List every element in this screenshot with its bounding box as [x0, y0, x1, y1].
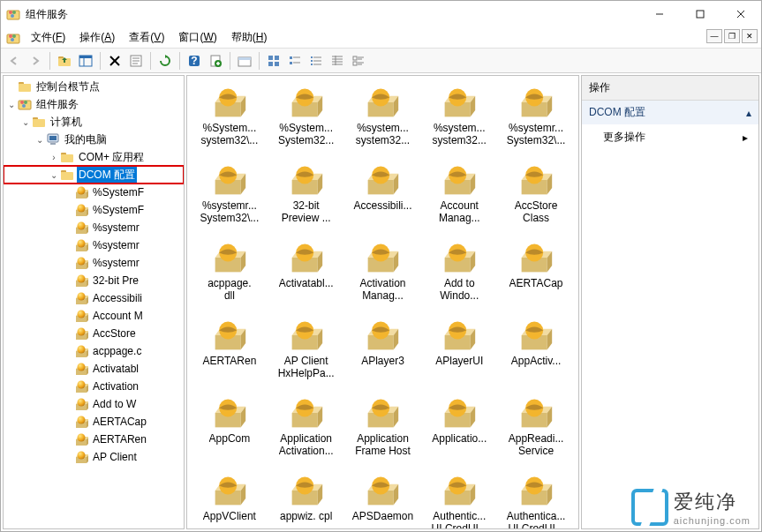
package-icon	[365, 162, 400, 198]
grid-item[interactable]: Accessibili...	[346, 162, 419, 224]
tree-component-services[interactable]: ⌄组件服务	[4, 95, 184, 113]
grid-item[interactable]: AppReadi...Service	[500, 395, 572, 457]
menu-file[interactable]: 文件(F)	[24, 27, 72, 48]
package-icon	[441, 395, 477, 431]
export-button[interactable]	[206, 51, 225, 71]
mdi-minimize-button[interactable]: —	[706, 29, 722, 43]
grid-item[interactable]: AppCom	[193, 395, 266, 457]
tree-dcom-child[interactable]: Activation	[4, 378, 184, 395]
tree-dcom-child[interactable]: %systemr	[4, 254, 184, 272]
view-folder-button[interactable]	[235, 51, 254, 71]
grid-item[interactable]: %system...system32...	[423, 85, 495, 146]
tree-dcom-child[interactable]: AERTARen	[4, 431, 184, 448]
grid-item[interactable]: APlayer3	[346, 318, 419, 379]
grid-item[interactable]: Add toWindo...	[423, 240, 495, 302]
view-tiles-button[interactable]	[349, 51, 368, 71]
tree-dcom-child[interactable]: %SystemF	[4, 184, 184, 201]
view-list-button[interactable]	[306, 51, 326, 71]
grid-item[interactable]: %system...system32...	[346, 85, 419, 146]
grid-item[interactable]: Authentica...UI CredUI...	[500, 473, 572, 529]
grid-item[interactable]: AERTARen	[193, 318, 266, 379]
close-button[interactable]	[721, 1, 761, 27]
grid-item[interactable]: %System...System32...	[270, 85, 343, 146]
maximize-button[interactable]	[680, 1, 721, 27]
tree-com-applications[interactable]: ›COM+ 应用程	[4, 148, 184, 166]
tree-twisty[interactable]: ⌄	[48, 170, 60, 180]
svg-rect-55	[353, 56, 357, 60]
package-icon	[74, 291, 88, 305]
tree-dcom-child[interactable]: 32-bit Pre	[4, 272, 184, 289]
nav-back-button[interactable]	[4, 51, 24, 71]
tree-dcom-child[interactable]: Activatabl	[4, 360, 184, 378]
tree-dcom-child[interactable]: %SystemF	[4, 201, 184, 219]
nav-forward-button[interactable]	[26, 51, 45, 71]
view-small-icons-button[interactable]	[285, 51, 305, 71]
tree-dcom-child[interactable]: %systemr	[4, 236, 184, 254]
grid-item[interactable]: ApplicationFrame Host	[346, 395, 419, 457]
grid-item[interactable]: ActivationManag...	[346, 240, 419, 302]
tree-label: COM+ 应用程	[77, 149, 146, 166]
tree-dcom-child[interactable]: acppage.c	[4, 342, 184, 360]
tree-dcom-child[interactable]: AP Client	[4, 448, 184, 466]
refresh-button[interactable]	[155, 51, 175, 71]
view-large-icons-button[interactable]	[264, 51, 283, 71]
grid-item[interactable]: Authentic...UI CredUI...	[423, 473, 495, 529]
delete-button[interactable]	[105, 51, 124, 71]
menu-help[interactable]: 帮助(H)	[224, 27, 275, 48]
tree-dcom-child[interactable]: Accessibili	[4, 289, 184, 307]
folder-icon	[32, 115, 46, 129]
tree-pane[interactable]: 控制台根节点⌄组件服务⌄计算机⌄我的电脑›COM+ 应用程⌄DCOM 配置%Sy…	[3, 75, 185, 529]
tree-dcom-child[interactable]: Account M	[4, 307, 184, 325]
grid-item[interactable]: %systemr...System32\...	[500, 85, 572, 146]
actions-section-title[interactable]: DCOM 配置 ▴	[582, 101, 758, 124]
minimize-button[interactable]	[639, 1, 680, 27]
tree-my-computer[interactable]: ⌄我的电脑	[4, 131, 184, 148]
grid-item[interactable]: AccountManag...	[423, 162, 495, 224]
tree-console-root[interactable]: 控制台根节点	[4, 78, 184, 95]
menu-window[interactable]: 窗口(W)	[171, 27, 223, 48]
grid-item-caption: AppVClient	[203, 510, 256, 522]
tree-label: Activatabl	[91, 362, 140, 376]
grid-item-caption: Authentica...UI CredUI...	[507, 510, 566, 529]
grid-item-caption: APlayerUI	[435, 355, 483, 367]
grid-item[interactable]: APlayerUI	[423, 318, 495, 379]
grid-item-caption: AERTARen	[202, 355, 256, 367]
grid-item[interactable]: AppVClient	[193, 473, 266, 529]
grid-item[interactable]: Applicatio...	[423, 395, 495, 457]
grid-item[interactable]: AP ClientHxHelpPa...	[270, 318, 343, 379]
properties-button[interactable]	[126, 51, 146, 71]
tree-dcom-config[interactable]: ⌄DCOM 配置	[4, 166, 184, 184]
tree-twisty[interactable]: ›	[48, 153, 60, 162]
grid-item[interactable]: acppage.dll	[193, 240, 266, 302]
grid-item[interactable]: ApplicationActivation...	[270, 395, 343, 457]
grid-item[interactable]: %System...system32\...	[193, 85, 266, 146]
grid-item[interactable]: APSDaemon	[346, 473, 419, 529]
folder-icon	[18, 79, 32, 94]
actions-more[interactable]: 更多操作 ▸	[582, 124, 758, 150]
package-icon	[74, 432, 88, 446]
tree-twisty[interactable]: ⌄	[34, 135, 46, 145]
menu-view[interactable]: 查看(V)	[122, 27, 171, 48]
help-button[interactable]: ?	[185, 51, 204, 71]
grid-item[interactable]: Activatabl...	[270, 240, 343, 302]
menu-action[interactable]: 操作(A)	[72, 27, 122, 48]
mdi-restore-button[interactable]: ❐	[724, 29, 740, 43]
grid-item[interactable]: AccStoreClass	[500, 162, 572, 224]
grid-item[interactable]: appwiz. cpl	[270, 473, 343, 529]
show-tree-button[interactable]	[76, 51, 95, 71]
tree-dcom-child[interactable]: AERTACap	[4, 413, 184, 431]
tree-dcom-child[interactable]: AccStore	[4, 325, 184, 342]
icon-grid-pane[interactable]: %System...system32\...%System...System32…	[186, 75, 579, 529]
mdi-close-button[interactable]: ✕	[742, 29, 758, 43]
grid-item[interactable]: AERTACap	[500, 240, 572, 302]
tree-computers[interactable]: ⌄计算机	[4, 113, 184, 131]
view-details-button[interactable]	[328, 51, 347, 71]
up-folder-button[interactable]	[55, 51, 74, 71]
grid-item[interactable]: AppActiv...	[500, 318, 572, 379]
grid-item[interactable]: %systemr...System32\...	[193, 162, 266, 224]
tree-twisty[interactable]: ⌄	[5, 100, 18, 109]
tree-dcom-child[interactable]: %systemr	[4, 219, 184, 236]
grid-item[interactable]: 32-bitPreview ...	[270, 162, 343, 224]
tree-dcom-child[interactable]: Add to W	[4, 395, 184, 413]
tree-twisty[interactable]: ⌄	[19, 117, 32, 127]
